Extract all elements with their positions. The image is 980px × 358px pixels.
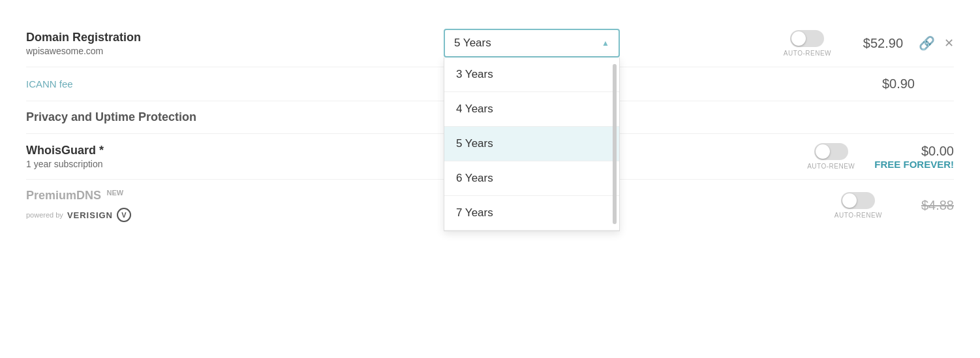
dropdown-item-4years[interactable]: 4 Years	[444, 92, 619, 127]
domain-registration-actions: 🔗 ✕	[919, 35, 954, 51]
whoisguard-autorenew-wrap: AUTO-RENEW	[807, 143, 855, 170]
privacy-protection-info: Privacy and Uptime Protection	[26, 110, 444, 124]
premiumdns-title: PremiumDNS	[26, 189, 101, 202]
clip-icon[interactable]: 🔗	[919, 35, 935, 51]
dropdown-item-6years[interactable]: 6 Years	[444, 161, 619, 196]
whoisguard-autorenew-label: AUTO-RENEW	[807, 163, 855, 170]
domain-registration-price: $52.90	[851, 36, 903, 51]
premiumdns-autorenew-wrap: AUTO-RENEW	[835, 192, 882, 219]
icann-fee-price: $0.90	[863, 76, 915, 91]
whoisguard-price: $0.00	[921, 144, 954, 159]
premiumdns-new-badge: NEW	[106, 189, 123, 197]
premiumdns-autorenew-label: AUTO-RENEW	[835, 212, 882, 219]
dropdown-item-5years[interactable]: 5 Years	[444, 127, 619, 161]
page-container: Domain Registration wpisawesome.com 5 Ye…	[0, 0, 980, 358]
powered-by-text: powered by	[26, 211, 63, 219]
premiumdns-price: $4.88	[902, 198, 954, 213]
domain-registration-right: $52.90 🔗 ✕	[851, 35, 954, 51]
domain-registration-subtitle: wpisawesome.com	[26, 46, 444, 56]
years-dropdown-trigger[interactable]: 5 Years ▲	[444, 29, 620, 57]
dropdown-item-7years[interactable]: 7 Years	[444, 196, 619, 231]
whoisguard-title: WhoisGuard *	[26, 144, 444, 157]
verisign-logo: VERISIGN	[67, 210, 113, 220]
premiumdns-info: PremiumDNS NEW powered by VERISIGN V	[26, 189, 444, 222]
verisign-footer: powered by VERISIGN V	[26, 208, 444, 222]
whoisguard-free-forever: FREE FOREVER!	[874, 159, 954, 170]
privacy-protection-title: Privacy and Uptime Protection	[26, 110, 444, 124]
whoisguard-info: WhoisGuard * 1 year subscription	[26, 144, 444, 169]
domain-registration-middle: 5 Years ▲ 3 Years 4 Years 5 Years 6 Year…	[444, 29, 771, 57]
whoisguard-subtitle: 1 year subscription	[26, 159, 444, 169]
domain-autorenew-toggle[interactable]	[790, 30, 824, 47]
icann-fee-info: ICANN fee	[26, 78, 444, 90]
close-icon[interactable]: ✕	[944, 36, 954, 50]
years-dropdown-container: 5 Years ▲ 3 Years 4 Years 5 Years 6 Year…	[444, 29, 620, 57]
dropdown-item-3years[interactable]: 3 Years	[444, 57, 619, 92]
whoisguard-autorenew-toggle[interactable]	[814, 143, 848, 160]
whoisguard-price-block: $0.00 FREE FOREVER!	[874, 144, 954, 170]
dropdown-arrow-icon: ▲	[602, 39, 609, 48]
domain-autorenew-label: AUTO-RENEW	[784, 50, 831, 57]
icann-fee-title[interactable]: ICANN fee	[26, 78, 444, 90]
years-dropdown-selected: 5 Years	[454, 37, 491, 50]
verisign-badge-icon: V	[117, 208, 131, 222]
years-dropdown-menu: 3 Years 4 Years 5 Years 6 Years 7 Years	[444, 57, 620, 231]
premiumdns-autorenew-toggle[interactable]	[841, 192, 875, 209]
dropdown-scrollbar[interactable]	[613, 64, 617, 224]
domain-registration-row: Domain Registration wpisawesome.com 5 Ye…	[26, 20, 954, 67]
domain-registration-info: Domain Registration wpisawesome.com	[26, 31, 444, 56]
domain-registration-title: Domain Registration	[26, 31, 444, 44]
domain-autorenew-wrap: AUTO-RENEW	[784, 30, 831, 57]
dropdown-scroll-area: 3 Years 4 Years 5 Years 6 Years 7 Years	[444, 57, 619, 231]
